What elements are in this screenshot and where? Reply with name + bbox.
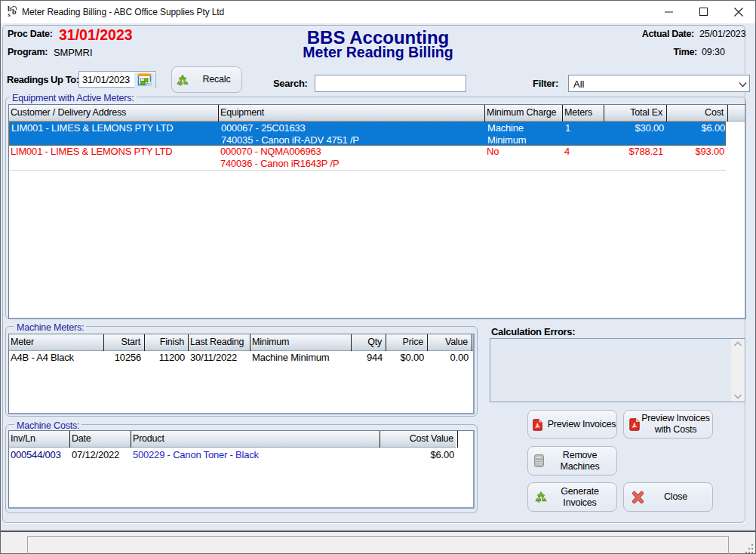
svg-text:s: s: [8, 11, 11, 18]
svg-text:b: b: [12, 8, 17, 16]
